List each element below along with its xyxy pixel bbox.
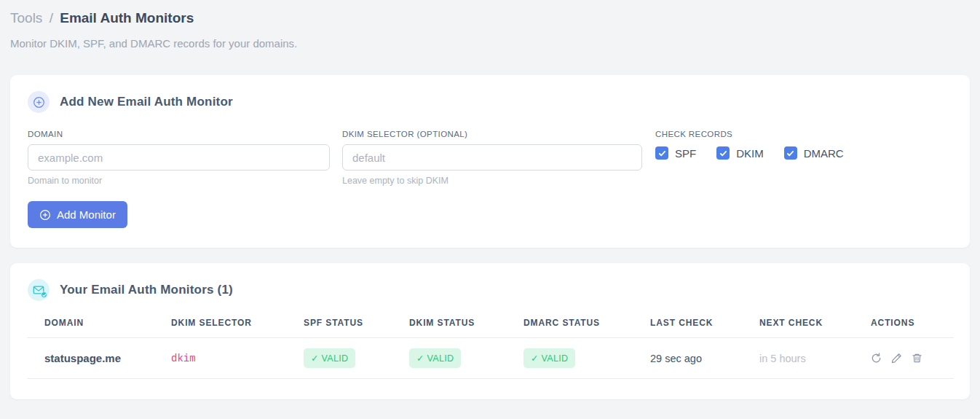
checkbox-check-icon xyxy=(655,146,668,160)
domain-label: DOMAIN xyxy=(28,130,330,138)
cell-domain: statuspage.me xyxy=(27,338,154,379)
checkbox-dkim[interactable]: DKIM xyxy=(716,146,764,160)
col-header-actions: ACTIONS xyxy=(853,316,954,338)
monitors-card: Your Email Auth Monitors (1) DOMAIN DKIM… xyxy=(10,263,970,399)
col-header-last-check: LAST CHECK xyxy=(633,316,742,338)
monitors-card-title: Your Email Auth Monitors (1) xyxy=(60,283,233,297)
check-records-group: CHECK RECORDS SPF DKIM xyxy=(655,130,864,186)
check-records-label: CHECK RECORDS xyxy=(655,130,864,138)
checkbox-dkim-label: DKIM xyxy=(736,147,764,160)
checkbox-dmarc[interactable]: DMARC xyxy=(784,146,844,160)
plus-circle-icon xyxy=(39,209,51,221)
dkim-selector-input[interactable] xyxy=(342,144,642,171)
delete-trash-button[interactable] xyxy=(912,353,922,364)
col-header-dkim-selector: DKIM SELECTOR xyxy=(154,316,286,338)
table-header-row: DOMAIN DKIM SELECTOR SPF STATUS DKIM STA… xyxy=(27,316,954,338)
cell-spf-status: ✓ VALID xyxy=(286,338,392,379)
dkim-selector-help-text: Leave empty to skip DKIM xyxy=(342,176,642,186)
cell-last-check: 29 sec ago xyxy=(633,338,742,379)
add-monitor-button-label: Add Monitor xyxy=(57,208,116,221)
col-header-domain: DOMAIN xyxy=(27,316,154,338)
dkim-status-badge: ✓ VALID xyxy=(409,348,461,368)
breadcrumb-tools-link[interactable]: Tools xyxy=(10,10,42,26)
monitors-table: DOMAIN DKIM SELECTOR SPF STATUS DKIM STA… xyxy=(27,316,954,379)
domain-help-text: Domain to monitor xyxy=(28,176,330,186)
check-dot-icon xyxy=(41,291,47,298)
page-subtitle: Monitor DKIM, SPF, and DMARC records for… xyxy=(10,37,970,50)
page-title: Email Auth Monitors xyxy=(60,10,194,26)
cell-dkim-status: ✓ VALID xyxy=(392,338,506,379)
checkbox-check-icon xyxy=(784,146,797,160)
cell-next-check: in 5 hours xyxy=(742,338,853,379)
checkbox-spf[interactable]: SPF xyxy=(655,146,696,160)
spf-status-badge: ✓ VALID xyxy=(304,348,355,368)
refresh-button[interactable] xyxy=(871,353,882,364)
breadcrumb-separator: / xyxy=(50,10,53,26)
row-actions xyxy=(871,353,954,364)
checkbox-check-icon xyxy=(716,146,730,160)
dkim-selector-field-group: DKIM SELECTOR (OPTIONAL) Leave empty to … xyxy=(342,130,642,186)
cell-actions xyxy=(853,338,954,379)
add-monitor-form: DOMAIN Domain to monitor DKIM SELECTOR (… xyxy=(28,130,952,186)
add-card-header: Add New Email Auth Monitor xyxy=(28,91,952,113)
domain-input[interactable] xyxy=(28,144,330,171)
col-header-dmarc-status: DMARC STATUS xyxy=(506,316,633,338)
monitors-card-header: Your Email Auth Monitors (1) xyxy=(10,279,970,301)
cell-dkim-selector: dkim xyxy=(154,338,286,379)
breadcrumb: Tools / Email Auth Monitors xyxy=(10,9,970,26)
add-card-title: Add New Email Auth Monitor xyxy=(60,95,233,109)
page: Tools / Email Auth Monitors Monitor DKIM… xyxy=(0,0,980,399)
checkbox-dmarc-label: DMARC xyxy=(804,147,844,160)
add-monitor-button[interactable]: Add Monitor xyxy=(28,201,127,228)
table-row: statuspage.me dkim ✓ VALID ✓ VALID ✓ VAL… xyxy=(27,338,954,379)
col-header-next-check: NEXT CHECK xyxy=(742,316,853,338)
col-header-dkim-status: DKIM STATUS xyxy=(392,316,506,338)
cell-dmarc-status: ✓ VALID xyxy=(506,338,633,379)
domain-field-group: DOMAIN Domain to monitor xyxy=(28,130,330,186)
dkim-selector-label: DKIM SELECTOR (OPTIONAL) xyxy=(342,130,642,138)
check-records-options: SPF DKIM DMARC xyxy=(655,146,864,160)
envelope-check-icon xyxy=(28,279,50,301)
plus-circle-icon xyxy=(28,91,50,113)
col-header-spf-status: SPF STATUS xyxy=(286,316,392,338)
edit-pencil-button[interactable] xyxy=(891,353,902,364)
dmarc-status-badge: ✓ VALID xyxy=(523,348,575,368)
add-monitor-card: Add New Email Auth Monitor DOMAIN Domain… xyxy=(10,75,970,248)
checkbox-spf-label: SPF xyxy=(675,147,696,160)
